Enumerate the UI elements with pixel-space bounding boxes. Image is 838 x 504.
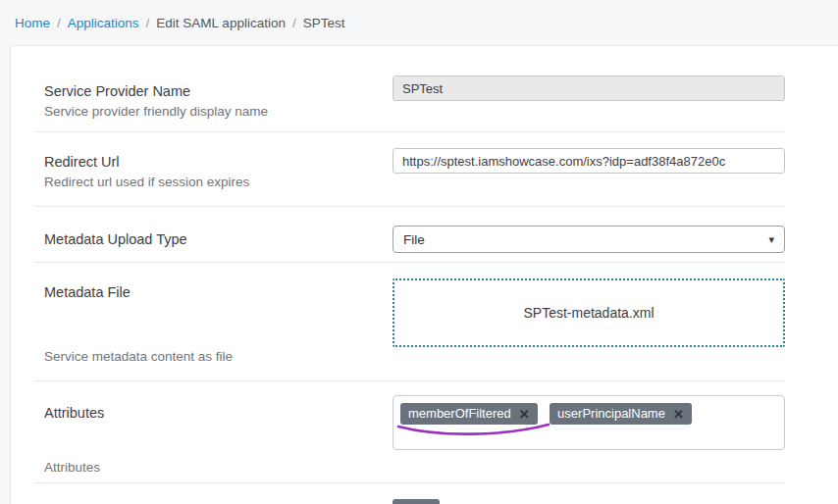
attributes-tag-box[interactable]: memberOfFiltered ✕ userPrincipalName ✕ — [393, 395, 785, 450]
row-next-partial — [34, 483, 785, 504]
attribute-chip-label: memberOfFiltered — [408, 407, 511, 421]
breadcrumb: Home / Applications / Edit SAML applicat… — [0, 0, 838, 45]
attributes-label: Attributes — [44, 405, 393, 421]
metadata-upload-type-label: Metadata Upload Type — [44, 231, 393, 247]
redirect-url-label: Redirect Url — [44, 154, 393, 170]
attribute-chip-partial[interactable] — [393, 499, 440, 504]
close-icon[interactable]: ✕ — [519, 408, 530, 421]
metadata-file-help: Service metadata content as file — [44, 349, 233, 364]
metadata-file-dropzone[interactable]: SPTest-metadata.xml — [393, 278, 785, 347]
row-redirect-url: Redirect Url Redirect url used if sessio… — [34, 132, 785, 207]
row-metadata-file: Metadata File Service metadata content a… — [34, 263, 785, 381]
breadcrumb-separator: / — [292, 16, 296, 30]
metadata-file-label: Metadata File — [44, 284, 393, 300]
service-provider-name-input[interactable] — [393, 76, 785, 101]
service-provider-name-help: Service provider friendly display name — [44, 104, 393, 119]
breadcrumb-item-edit-saml-application: Edit SAML application — [156, 16, 286, 30]
row-attributes: Attributes Attributes memberOfFiltered ✕… — [34, 381, 785, 483]
breadcrumb-separator: / — [57, 16, 61, 30]
close-icon[interactable]: ✕ — [673, 408, 684, 421]
metadata-upload-type-value: File — [403, 232, 425, 247]
attribute-chip[interactable]: memberOfFiltered ✕ — [400, 403, 538, 425]
edit-saml-application-card: Service Provider Name Service provider f… — [10, 45, 838, 504]
breadcrumb-link-applications[interactable]: Applications — [68, 16, 139, 30]
metadata-file-name: SPTest-metadata.xml — [523, 305, 654, 321]
redirect-url-help: Redirect url used if session expires — [44, 175, 393, 189]
attribute-chip-label: userPrincipalName — [557, 407, 665, 421]
service-provider-name-label: Service Provider Name — [44, 83, 393, 99]
attribute-chip[interactable]: userPrincipalName ✕ — [550, 403, 692, 425]
breadcrumb-item-sptest: SPTest — [303, 16, 345, 30]
chevron-down-icon: ▾ — [768, 233, 774, 246]
attributes-help: Attributes — [44, 460, 100, 475]
annotation-underline — [395, 423, 552, 440]
row-service-provider-name: Service Provider Name Service provider f… — [34, 46, 785, 132]
metadata-upload-type-select[interactable]: File ▾ — [393, 226, 785, 253]
redirect-url-input[interactable] — [393, 148, 785, 174]
breadcrumb-separator: / — [146, 16, 150, 30]
breadcrumb-link-home[interactable]: Home — [15, 16, 50, 30]
row-metadata-upload-type: Metadata Upload Type File ▾ — [34, 207, 785, 263]
